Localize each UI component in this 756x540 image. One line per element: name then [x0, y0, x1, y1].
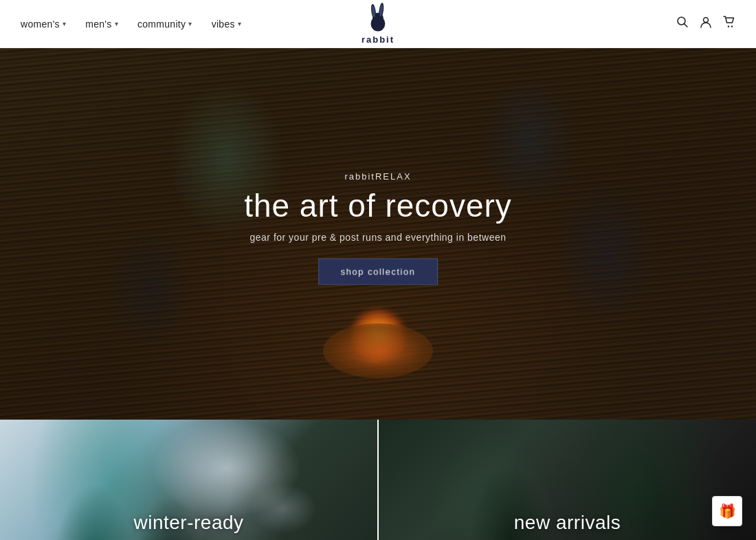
panel-right-content: new arrivals shop now — [379, 512, 756, 540]
svg-point-8 — [704, 18, 709, 23]
nav-item-mens[interactable]: men's ▾ — [85, 19, 118, 30]
header: women's ▾ men's ▾ community ▾ vibes ▾ — [0, 0, 756, 48]
svg-point-9 — [728, 25, 729, 27]
nav-label-vibes: vibes — [212, 19, 235, 30]
hero-content: rabbitRELAX the art of recovery gear for… — [244, 171, 512, 285]
nav-label-community: community — [137, 19, 186, 30]
chevron-vibes-icon: ▾ — [238, 20, 241, 28]
nav-right — [676, 16, 735, 32]
chevron-womens-icon: ▾ — [63, 20, 66, 28]
cart-icon[interactable] — [723, 16, 735, 32]
nav-item-vibes[interactable]: vibes ▾ — [212, 19, 242, 30]
search-icon[interactable] — [676, 16, 689, 32]
svg-line-7 — [685, 24, 688, 28]
nav-label-womens: women's — [21, 19, 60, 30]
bottom-panels: winter-ready layer up! new arrivals shop… — [0, 420, 756, 540]
chevron-community-icon: ▾ — [188, 20, 192, 28]
hero-section: rabbitRELAX the art of recovery gear for… — [0, 48, 756, 420]
hero-subtitle: rabbitRELAX — [244, 171, 512, 182]
svg-point-10 — [731, 25, 733, 27]
nav-item-womens[interactable]: women's ▾ — [21, 19, 66, 30]
logo[interactable]: rabbit — [362, 3, 394, 45]
gift-rewards-button[interactable]: 🎁 — [712, 496, 742, 526]
brand-name: rabbit — [362, 34, 394, 45]
chevron-mens-icon: ▾ — [115, 20, 118, 28]
nav-item-community[interactable]: community ▾ — [137, 19, 192, 30]
panel-new-arrivals: new arrivals shop now — [379, 420, 756, 540]
rabbit-logo-icon — [363, 3, 393, 33]
panel-winter-ready: winter-ready layer up! — [0, 420, 377, 540]
nav-left: women's ▾ men's ▾ community ▾ vibes ▾ — [21, 19, 241, 30]
hero-description: gear for your pre & post runs and everyt… — [244, 232, 512, 243]
panel-right-title: new arrivals — [379, 512, 756, 534]
gift-icon: 🎁 — [719, 503, 736, 519]
hero-title: the art of recovery — [244, 188, 512, 224]
panel-left-content: winter-ready layer up! — [0, 512, 377, 540]
account-icon[interactable] — [700, 16, 712, 32]
nav-label-mens: men's — [85, 19, 111, 30]
fire-bowl-base — [323, 323, 433, 378]
hero-cta-button[interactable]: shop collection — [318, 258, 438, 285]
panel-left-title: winter-ready — [0, 512, 377, 534]
